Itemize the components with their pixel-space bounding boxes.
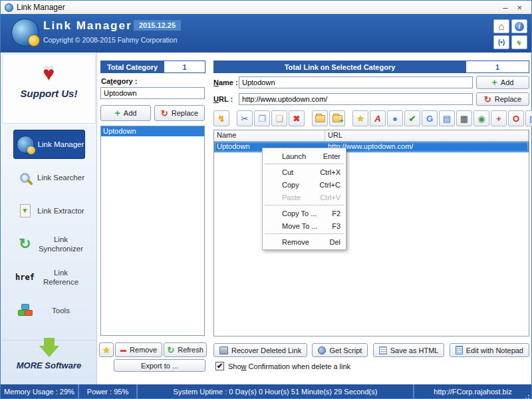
google-button[interactable]: G bbox=[422, 110, 438, 126]
menu-separator bbox=[265, 233, 344, 234]
show-confirmation-checkbox[interactable]: ✔ Show Confirmation when delete a link bbox=[215, 362, 350, 370]
menu-item-remove[interactable]: RemoveDel bbox=[263, 235, 346, 248]
network-button[interactable]: (•) bbox=[493, 35, 509, 49]
recover-deleted-link-button[interactable]: Recover Deleted Link bbox=[213, 343, 307, 357]
globe-button[interactable]: ◉ bbox=[473, 110, 489, 126]
qr-code-button[interactable]: ▦ bbox=[456, 110, 472, 126]
get-script-button[interactable]: Get Script bbox=[312, 343, 368, 357]
more-software-button[interactable]: MORE Software bbox=[2, 340, 96, 382]
extract-icon bbox=[20, 204, 31, 217]
info-button[interactable]: i bbox=[511, 19, 527, 33]
category-list-item-selected[interactable]: Uptodown bbox=[101, 126, 204, 136]
copy-to-button[interactable] bbox=[312, 110, 328, 126]
spellcheck-button[interactable]: ✔ bbox=[404, 110, 420, 126]
category-replace-button[interactable]: ↻ Replace bbox=[154, 105, 205, 121]
sidebar-nav: Link Manager Link Searcher Link Extracto… bbox=[1, 127, 97, 329]
table-row-selected[interactable]: Uptodown http://www.uptodown.com/ bbox=[214, 142, 529, 152]
move-to-button[interactable] bbox=[329, 110, 345, 126]
table-header-row: Name URL bbox=[214, 130, 529, 142]
cut-icon: ✂ bbox=[241, 114, 249, 123]
pdf-button[interactable]: A bbox=[370, 110, 386, 126]
menu-separator bbox=[265, 164, 344, 164]
sidebar-item-link-extractor[interactable]: Link Extractor bbox=[13, 196, 85, 225]
name-label: Name : bbox=[213, 78, 239, 86]
status-url[interactable]: http://FCorp.rajahost.biz bbox=[414, 384, 531, 398]
qr-code-icon: ▦ bbox=[460, 114, 468, 123]
delete-button[interactable]: ✖ bbox=[289, 110, 305, 126]
plus-icon: + bbox=[492, 78, 497, 87]
favorite-button[interactable]: ★ bbox=[352, 110, 368, 126]
paste-button[interactable]: ❏ bbox=[271, 110, 287, 126]
donate-button[interactable]: ♥+ bbox=[511, 35, 527, 49]
opera-icon: O bbox=[513, 114, 519, 123]
cut-button[interactable]: ✂ bbox=[237, 110, 253, 126]
name-input[interactable] bbox=[239, 76, 473, 88]
launch-button[interactable]: ↯ bbox=[213, 110, 229, 126]
refresh-icon: ↻ bbox=[167, 346, 174, 354]
web-ball-button[interactable]: ● bbox=[387, 110, 403, 126]
status-bar: Memory Usage : 29% Power : 95% System Up… bbox=[1, 384, 531, 398]
category-label: Category : bbox=[101, 77, 137, 85]
edit-with-notepad-button[interactable]: Edit with Notepad bbox=[450, 343, 529, 357]
column-header-name[interactable]: Name bbox=[214, 130, 325, 141]
href-icon: href bbox=[15, 273, 35, 282]
category-add-button[interactable]: + Add bbox=[100, 105, 151, 121]
html-icon bbox=[379, 346, 387, 354]
checkbox-icon[interactable]: ✔ bbox=[215, 362, 224, 370]
menu-item-copy[interactable]: CopyCtrl+C bbox=[263, 178, 346, 191]
link-replace-button[interactable]: ↻ Replace bbox=[476, 92, 529, 106]
sidebar-item-link-synchronizer[interactable]: ↻ Link Synchronizer bbox=[13, 229, 85, 259]
sidebar-item-tools[interactable]: Tools bbox=[13, 296, 85, 325]
category-favorite-button[interactable]: ★ bbox=[99, 342, 114, 357]
close-button[interactable]: × bbox=[517, 3, 522, 13]
menu-item-move-to[interactable]: Move To ...F3 bbox=[263, 219, 346, 232]
copy-icon: ❐ bbox=[258, 114, 266, 123]
star-icon: ★ bbox=[356, 114, 364, 123]
show-confirmation-label: Show Confirmation when delete a link bbox=[228, 362, 350, 370]
copy-button[interactable]: ❐ bbox=[254, 110, 270, 126]
support-us-button[interactable]: ♥ Support Us! bbox=[2, 54, 96, 124]
resize-grip[interactable] bbox=[528, 395, 529, 396]
link-add-button[interactable]: + Add bbox=[476, 76, 529, 89]
support-us-label: Support Us! bbox=[3, 88, 95, 99]
menu-item-launch[interactable]: LaunchEnter bbox=[263, 150, 346, 162]
minimize-button[interactable]: – bbox=[503, 3, 507, 13]
total-category-count: 1 bbox=[164, 61, 205, 72]
link-toolbar: ↯ ✂ ❐ ❏ ✖ ★ A ● ✔ G ▤ ▦ ◉ + bbox=[213, 110, 529, 127]
save-as-html-button[interactable]: Save as HTML bbox=[373, 343, 445, 357]
menu-item-cut[interactable]: CutCtrl+X bbox=[263, 166, 346, 178]
url-label: URL : bbox=[213, 95, 239, 103]
sidebar-item-link-searcher[interactable]: Link Searcher bbox=[13, 163, 85, 192]
export-to-button[interactable]: Export to ... bbox=[114, 359, 205, 372]
url-input[interactable] bbox=[239, 93, 473, 105]
link-manager-icon bbox=[17, 136, 35, 154]
sidebar-item-link-reference[interactable]: href Link Reference bbox=[13, 263, 85, 292]
sidebar-item-link-manager[interactable]: Link Manager bbox=[13, 130, 85, 159]
link-manager-window: Link Manager – × Link Manager 2015.12.25… bbox=[0, 0, 532, 399]
folder-icon bbox=[315, 115, 325, 122]
column-header-url[interactable]: URL bbox=[325, 130, 529, 141]
menu-item-copy-to[interactable]: Copy To ...F2 bbox=[263, 207, 346, 219]
category-input[interactable] bbox=[100, 87, 205, 99]
category-refresh-button[interactable]: ↻ Refresh bbox=[164, 342, 207, 357]
version-badge: 2015.12.25 bbox=[134, 20, 181, 31]
window-title: Link Manager bbox=[17, 3, 65, 12]
link-table[interactable]: Name URL Uptodown http://www.uptodown.co… bbox=[213, 130, 529, 336]
opera-button[interactable]: O bbox=[508, 110, 524, 126]
total-link-bar: Total Link on Selected Category 1 bbox=[213, 61, 529, 73]
add-service-button[interactable]: + bbox=[491, 110, 507, 126]
info-icon: i bbox=[515, 22, 524, 31]
sync-icon: ↻ bbox=[19, 237, 31, 251]
more-software-label: MORE Software bbox=[2, 360, 96, 370]
home-button[interactable]: ⌂ bbox=[493, 19, 509, 33]
document-button[interactable]: ▤ bbox=[439, 110, 455, 126]
category-panel: Total Category 1 Category : + Add ↻ Repl… bbox=[97, 53, 210, 384]
home-icon: ⌂ bbox=[498, 21, 504, 31]
down-arrow-icon bbox=[39, 346, 59, 357]
category-list[interactable]: Uptodown bbox=[100, 126, 205, 336]
category-remove-button[interactable]: ▬ Remove bbox=[115, 342, 162, 357]
notes-button[interactable]: ▤ bbox=[525, 110, 532, 126]
power-status: Power : 95% bbox=[79, 384, 138, 398]
copyright-text: Copyright © 2008-2015 Fahmy Corporation bbox=[43, 36, 178, 44]
signal-icon: (•) bbox=[498, 39, 505, 46]
